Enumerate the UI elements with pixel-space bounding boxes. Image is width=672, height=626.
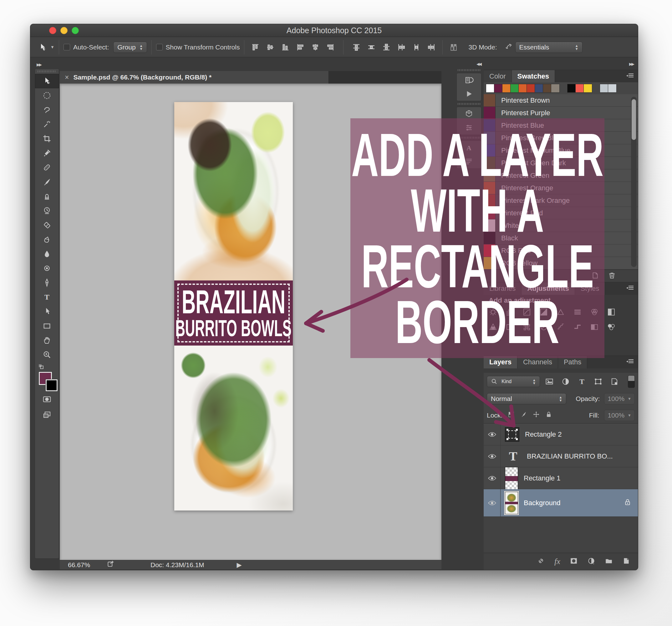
auto-select-checkbox[interactable] xyxy=(64,44,70,50)
layer-style-fx-icon[interactable]: fx xyxy=(554,557,560,566)
color-chip[interactable] xyxy=(576,84,584,92)
color-chip[interactable] xyxy=(568,84,576,92)
dock-grip[interactable] xyxy=(458,103,480,105)
eyedropper-tool[interactable] xyxy=(35,146,59,160)
tab-paths[interactable]: Paths xyxy=(558,356,587,368)
posterize-adjustment-icon[interactable] xyxy=(554,322,567,332)
layer-row[interactable]: Rectangle 1 xyxy=(484,467,638,489)
layer-row[interactable]: T BRAZILIAN BURRITO BO... xyxy=(484,445,638,467)
doc-size-field[interactable]: Doc: 4.23M/16.1M xyxy=(150,561,204,569)
lasso-tool[interactable] xyxy=(35,103,59,117)
layer-row[interactable]: Background xyxy=(484,489,638,517)
zoom-level-field[interactable]: 66.67% xyxy=(68,561,96,569)
swatch-item[interactable]: Pinterest Green xyxy=(484,169,638,182)
status-options-arrow-icon[interactable]: ▶ xyxy=(237,561,242,569)
vibrance-adjustment-icon[interactable] xyxy=(554,307,567,317)
delete-swatch-icon[interactable] xyxy=(608,271,616,281)
tab-layers[interactable]: Layers xyxy=(484,356,518,368)
opacity-field[interactable]: 100% ▼ xyxy=(604,393,635,404)
swatch-item[interactable]: Pinterest Brown xyxy=(484,94,638,107)
close-document-icon[interactable]: × xyxy=(65,73,69,82)
selective-color-adjustment-icon[interactable] xyxy=(605,322,618,332)
hand-tool[interactable] xyxy=(35,333,59,347)
crop-tool[interactable] xyxy=(35,132,59,146)
swatch-item[interactable]: Pinterest Grey Blue xyxy=(484,132,638,144)
dock-grip[interactable] xyxy=(458,137,480,139)
move-tool-icon[interactable] xyxy=(36,41,49,54)
layer-thumbnail[interactable] xyxy=(505,492,518,514)
align-vertical-centers-icon[interactable] xyxy=(264,41,277,54)
layer-thumbnail[interactable] xyxy=(505,427,519,442)
channel-mixer-adjustment-icon[interactable] xyxy=(504,322,516,332)
swatch-scrollbar-thumb[interactable] xyxy=(632,99,636,140)
color-chip[interactable] xyxy=(486,84,494,92)
tab-libraries[interactable]: Libraries xyxy=(484,282,522,295)
swatch-item[interactable]: White xyxy=(484,219,638,232)
blend-mode-dropdown[interactable]: Normal ▲▼ xyxy=(487,393,566,404)
filter-smart-objects-icon[interactable] xyxy=(607,376,621,388)
brightness-contrast-adjustment-icon[interactable] xyxy=(487,307,499,317)
color-chip[interactable] xyxy=(494,84,502,92)
swatch-item[interactable]: Pinterest Purple xyxy=(484,107,638,119)
new-adjustment-layer-icon[interactable] xyxy=(587,557,595,566)
new-swatch-icon[interactable] xyxy=(591,271,599,281)
curves-adjustment-icon[interactable] xyxy=(521,307,533,317)
character-panel-icon[interactable]: A xyxy=(457,141,481,155)
blur-tool[interactable] xyxy=(35,247,59,261)
move-tool[interactable] xyxy=(35,74,59,88)
threshold-adjustment-icon[interactable] xyxy=(571,322,584,332)
filter-adjustment-layers-icon[interactable] xyxy=(559,376,573,388)
layer-visibility-toggle[interactable] xyxy=(484,423,501,445)
swatch-item[interactable]: Pinterest Red xyxy=(484,207,638,219)
brush-tool[interactable] xyxy=(35,175,59,189)
filter-toggle[interactable] xyxy=(628,375,635,388)
swatch-item[interactable]: Pinterest Blue xyxy=(484,119,638,132)
tab-swatches[interactable]: Swatches xyxy=(512,70,555,83)
color-balance-adjustment-icon[interactable] xyxy=(588,307,601,317)
new-layer-icon[interactable] xyxy=(622,557,630,566)
align-bottom-edges-icon[interactable] xyxy=(279,41,292,54)
swatch-item[interactable]: RGB Red xyxy=(484,245,638,257)
layer-visibility-toggle[interactable] xyxy=(484,445,501,467)
color-chip[interactable] xyxy=(535,84,543,92)
tools-grip[interactable] xyxy=(38,70,56,72)
document-canvas[interactable]: BRAZILIAN BURRITO BOWLS xyxy=(174,102,293,510)
levels-adjustment-icon[interactable] xyxy=(504,307,516,317)
layer-visibility-toggle[interactable] xyxy=(484,489,501,516)
align-right-edges-icon[interactable] xyxy=(324,41,337,54)
eraser-tool[interactable] xyxy=(35,218,59,232)
filter-type-layers-icon[interactable]: T xyxy=(575,376,589,388)
paragraph-panel-icon[interactable] xyxy=(457,155,481,168)
photo-filter-adjustment-icon[interactable] xyxy=(487,322,499,332)
tab-adjustments[interactable]: Adjustments xyxy=(522,282,575,295)
history-brush-tool[interactable] xyxy=(35,204,59,218)
type-tool[interactable]: T xyxy=(35,290,59,304)
screen-mode-button[interactable] xyxy=(42,410,52,421)
quick-mask-button[interactable] xyxy=(42,394,52,405)
swatch-item[interactable]: Pinterest Dark Orange xyxy=(484,194,638,207)
paint-bucket-tool[interactable] xyxy=(35,232,59,247)
panel-menu-icon[interactable] xyxy=(622,70,638,83)
swatch-item[interactable]: Pinterest Green Dark xyxy=(484,157,638,169)
hue-saturation-adjustment-icon[interactable] xyxy=(571,307,584,317)
properties-panel-icon[interactable] xyxy=(457,121,481,135)
dodge-tool[interactable] xyxy=(35,261,59,275)
3d-rotate-icon[interactable] xyxy=(502,41,515,54)
layer-row[interactable]: Rectangle 2 xyxy=(484,423,638,445)
pen-tool[interactable] xyxy=(35,275,59,290)
path-selection-tool[interactable] xyxy=(35,304,59,319)
swatch-item[interactable]: RGB Yellow xyxy=(484,257,638,270)
background-color-well[interactable] xyxy=(46,379,57,391)
layer-thumbnail[interactable] xyxy=(505,467,518,489)
lock-pixels-icon[interactable] xyxy=(520,411,527,420)
filter-shape-layers-icon[interactable] xyxy=(591,376,605,388)
align-left-edges-icon[interactable] xyxy=(294,41,307,54)
distribute-left-edges-icon[interactable] xyxy=(395,41,408,54)
color-chip[interactable] xyxy=(608,84,616,92)
color-chip[interactable] xyxy=(584,84,592,92)
lock-transparency-icon[interactable] xyxy=(507,411,515,420)
panel-menu-icon[interactable] xyxy=(622,282,638,295)
lock-position-icon[interactable] xyxy=(532,411,540,420)
elliptical-marquee-tool[interactable] xyxy=(35,88,59,103)
filter-kind-dropdown[interactable]: Kind ▲▼ xyxy=(487,376,540,387)
